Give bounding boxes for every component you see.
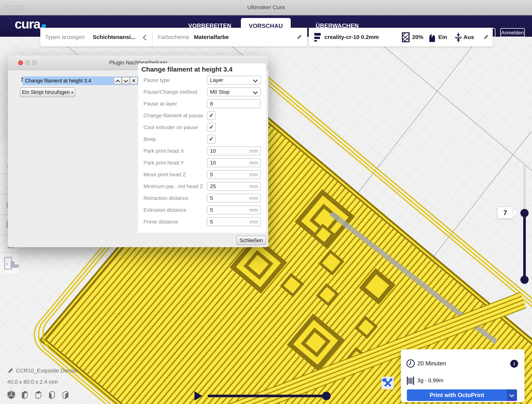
color-scheme-dropdown[interactable]: Materialfarbe (194, 28, 229, 46)
field-unit: mm (249, 159, 258, 167)
window-titlebar: Ultimaker Cura (0, 0, 532, 15)
color-scheme-label: Farbschema (158, 28, 189, 46)
clock-icon (406, 359, 415, 368)
field-value: M0 Stop (210, 88, 229, 96)
checkmark-icon: ✓ (207, 135, 215, 143)
field-input[interactable]: 10mm (207, 147, 261, 155)
adhesion-value[interactable]: Aus (463, 28, 474, 46)
info-icon[interactable]: i (510, 360, 518, 368)
view-right-icon[interactable] (61, 390, 70, 400)
infill-value[interactable]: 20% (412, 28, 423, 46)
pencil-icon[interactable] (295, 34, 303, 41)
field-checkbox[interactable]: ✓ (207, 135, 216, 144)
field-label: Cool extruder on pause (144, 122, 198, 133)
dialog-minimize-button[interactable] (25, 60, 30, 65)
field-row: Pause at layer8 (138, 98, 266, 110)
move-script-up-button[interactable] (114, 77, 121, 84)
field-unit: mm (249, 218, 258, 226)
field-select[interactable]: Layer (207, 76, 261, 84)
tools-icon (381, 377, 394, 389)
play-button[interactable] (194, 391, 202, 401)
layer-slider-top-handle[interactable] (520, 209, 529, 217)
remove-script-button[interactable]: × (130, 77, 138, 84)
close-icon: × (130, 77, 137, 84)
field-input[interactable]: 25mm (207, 182, 261, 191)
script-list-item-selected[interactable]: Change filament at height 3.4 × (22, 77, 139, 85)
chevron-down-icon (509, 392, 514, 397)
field-value: 5 (210, 218, 213, 226)
dialog-close-button[interactable] (18, 60, 23, 65)
field-value: Layer (210, 76, 223, 84)
field-label: Pause/Change method (144, 86, 197, 98)
field-value: 5 (210, 206, 213, 214)
pencil-icon[interactable] (7, 367, 14, 374)
field-input[interactable]: 5mm (207, 205, 261, 214)
field-input[interactable]: 5mm (207, 217, 261, 226)
layer-slider-range[interactable] (523, 213, 526, 280)
monitor-tools-button[interactable] (381, 377, 394, 389)
dialog-zoom-button[interactable] (32, 60, 37, 65)
field-label: Extrusion distance (144, 204, 186, 216)
view-top-icon[interactable] (34, 390, 43, 400)
view-type-dropdown[interactable]: Schichtenansi... (93, 28, 135, 46)
field-row: Extrusion distance5mm (138, 204, 266, 216)
field-label: Park print head X (144, 145, 184, 157)
print-with-octoprint-button[interactable]: Print with OctoPrint (407, 389, 517, 401)
layer-indicator-pointer (513, 209, 518, 217)
move-script-down-button[interactable] (122, 77, 130, 84)
path-slider-handle[interactable] (322, 392, 331, 400)
print-setup-panel: creality-cr-10 0.2mm 20% Ein Aus (309, 28, 493, 46)
view-3d-icon[interactable] (7, 390, 16, 400)
field-value: 10 (210, 147, 216, 155)
path-slider-track[interactable] (208, 395, 326, 397)
window-close-button[interactable] (5, 5, 10, 10)
field-input[interactable]: 8 (207, 99, 261, 108)
field-input[interactable]: 5mm (207, 170, 261, 179)
dialog-close-action-button[interactable]: Schließen (236, 236, 266, 245)
field-row: Park print head X10mm (138, 145, 266, 157)
collapse-chevron-icon[interactable] (143, 34, 149, 40)
material-usage: 3g · 0.99m (417, 377, 443, 384)
field-unit: mm (249, 182, 258, 190)
field-input[interactable]: 10mm (207, 158, 261, 167)
tool-mesh-settings[interactable]: × (0, 252, 19, 273)
field-value: 10 (210, 159, 216, 167)
field-label: Beep (144, 133, 156, 145)
script-settings-panel: Change filament at height 3.4 Pause type… (138, 63, 266, 233)
field-select[interactable]: M0 Stop (207, 88, 261, 96)
signin-button[interactable]: Anmelden (500, 28, 525, 37)
field-row: Move print head Z5mm (138, 169, 266, 180)
field-label: Pause at layer (144, 98, 177, 110)
field-label: Move print head Z (144, 169, 186, 180)
caret-down-icon: ▾ (71, 90, 73, 95)
layer-indicator: 7 (497, 207, 513, 219)
printer-profile[interactable]: creality-cr-10 0.2mm (324, 28, 379, 46)
view-type-label: Typen anzeigen (45, 28, 85, 46)
add-script-button[interactable]: Ein Skript hinzufügen▾ (20, 87, 75, 97)
layer-slider-bottom-handle[interactable] (520, 276, 529, 284)
support-value[interactable]: Ein (438, 28, 447, 46)
model-name[interactable]: CCR10_Exquisite Densor (16, 368, 78, 374)
field-checkbox[interactable]: ✓ (207, 111, 216, 120)
print-options-dropdown[interactable] (507, 389, 517, 401)
window-minimize-button[interactable] (12, 5, 17, 10)
chevron-down-icon (253, 77, 258, 82)
field-unit: mm (249, 206, 258, 214)
model-dimensions: 40.0 x 80.0 x 2.4 mm (7, 379, 58, 385)
checkmark-icon: ✓ (207, 123, 215, 131)
field-label: Pause type (144, 74, 170, 86)
field-checkbox[interactable]: ✓ (207, 123, 216, 132)
window-zoom-button[interactable] (19, 5, 24, 10)
field-input[interactable]: 5mm (207, 194, 261, 203)
field-row: Park print head Y10mm (138, 157, 266, 169)
field-row: Minimum par...rint head Z25mm (138, 180, 266, 192)
view-left-icon[interactable] (47, 390, 56, 400)
field-unit: mm (249, 194, 258, 202)
view-front-icon[interactable] (20, 390, 29, 400)
view-options-panel: Typen anzeigen Schichtenansi... Farbsche… (40, 28, 307, 46)
field-label: Change filament at pause (144, 110, 203, 122)
field-label: Prime distance (144, 216, 178, 228)
checkmark-icon: ✓ (207, 111, 215, 119)
pencil-icon[interactable] (482, 34, 489, 41)
chevron-down-icon (124, 78, 128, 83)
